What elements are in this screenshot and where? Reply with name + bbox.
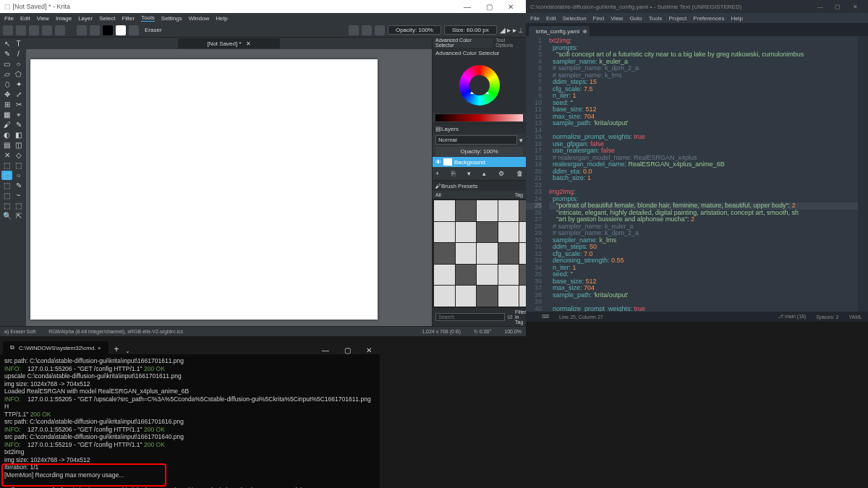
brush-preset-16[interactable] [456,265,477,286]
menu-layer[interactable]: Layer [78,15,93,22]
menu-goto[interactable]: Goto [629,15,642,22]
blend-mode-select[interactable]: Normal [435,135,517,145]
tool-10-0[interactable]: ▤ [1,140,12,150]
tool-5-1[interactable]: ⤢ [13,90,24,99]
brush-preset-18[interactable] [498,265,519,286]
status-spaces[interactable]: Spaces: 2 [816,314,838,320]
brush-preset-19[interactable] [519,265,526,286]
brush-preset-6[interactable] [456,222,477,243]
document-tab[interactable]: [Not Saved] * ✕ [178,38,279,48]
brush-preset-5[interactable] [434,222,455,243]
brush-preset-24[interactable] [519,286,526,307]
close-tab-icon[interactable]: ✕ [246,40,251,47]
brush-search-input[interactable] [435,313,505,321]
delete-layer-icon[interactable]: 🗑 [516,170,523,177]
color-selector[interactable] [433,58,526,113]
color-slider[interactable] [435,114,523,121]
properties-icon[interactable]: ⚙ [498,170,504,177]
status-zoom[interactable]: 100.0% [504,329,522,334]
duplicate-layer-icon[interactable]: ⎘ [451,170,455,177]
tool-13-1[interactable]: ○ [13,171,24,180]
layer-item[interactable]: 👁 Background [433,157,526,167]
menu-file[interactable]: File [4,15,14,22]
filter-checkbox[interactable]: ☑ [508,314,512,320]
brush-preset-23[interactable] [498,286,519,307]
layer-opacity-slider[interactable]: Opacity: 100% [435,147,523,156]
gradient-button[interactable] [77,25,87,35]
new-doc-button[interactable] [3,25,13,35]
brush-preset-20[interactable] [434,286,455,307]
code-area[interactable]: txt2img: prompts: "scifi concept art of … [546,36,858,312]
tool-7-1[interactable]: ⌖ [13,110,24,119]
canvas[interactable] [30,59,378,320]
brush-all-label[interactable]: All [435,192,441,197]
add-layer-icon[interactable]: + [435,170,439,177]
undo-button[interactable] [42,25,52,35]
size-field[interactable]: Size: 60.00 px [444,25,497,35]
brush-preset-22[interactable] [477,286,498,307]
close-button[interactable]: ✕ [500,3,522,11]
menu-edit[interactable]: Edit [546,15,556,22]
menu-help[interactable]: Help [731,15,742,22]
tool-12-0[interactable]: ⬚ [1,160,12,170]
visibility-icon[interactable]: 👁 [435,159,441,166]
bg-color[interactable] [116,25,126,35]
menu-view[interactable]: View [37,15,49,22]
terminal-tab[interactable]: ⧉ C:\WINDOWS\system32\cmd. × [3,341,109,354]
menu-select[interactable]: Select [99,15,115,22]
tool-5-0[interactable]: ✥ [1,90,12,99]
tool-16-0[interactable]: ⬚ [1,201,12,210]
menu-preferences[interactable]: Preferences [693,15,724,22]
menu-tools[interactable]: Tools [141,14,155,22]
fg-color[interactable] [103,25,113,35]
mirror-y-button[interactable] [362,25,372,35]
close-button[interactable]: ✕ [358,346,380,354]
brush-preset-3[interactable] [498,200,519,221]
minimize-button[interactable]: — [456,3,478,11]
redo-button[interactable] [55,25,65,35]
brush-preset-12[interactable] [477,243,498,264]
brush-preset-14[interactable] [519,243,526,264]
brush-preset-17[interactable] [477,265,498,286]
file-tab[interactable]: krita_config.yaml [529,26,590,36]
tool-0-1[interactable]: T [13,39,24,48]
close-button[interactable]: ✕ [846,4,864,10]
menu-file[interactable]: File [530,15,540,22]
maximize-button[interactable]: ▢ [829,4,846,10]
tool-15-1[interactable]: ~ [13,191,24,200]
opacity-field[interactable]: Opacity: 100% [388,25,441,35]
tool-4-0[interactable]: ⬯ [1,80,12,89]
move-down-icon[interactable]: ▾ [467,170,471,177]
tool-8-0[interactable]: 🖌 [1,120,12,129]
tool-options-tab[interactable]: Tool Options [493,38,526,48]
move-up-icon[interactable]: ▴ [482,170,486,177]
brush-preset-13[interactable] [498,243,519,264]
brush-preset-15[interactable] [434,265,455,286]
blend-dropdown-icon[interactable]: ▾ [519,137,523,144]
tool-12-1[interactable]: ⬚ [13,160,24,170]
tool-4-1[interactable]: ✦ [13,80,24,89]
status-angle[interactable]: ↻ 0.00° [474,329,491,335]
tool-3-0[interactable]: ▱ [1,69,12,79]
terminal-output[interactable]: src path: C:\conda\stable-diffusion-gui\… [0,354,380,488]
brush-preset-9[interactable] [519,222,526,243]
tool-7-0[interactable]: ▦ [1,110,12,119]
flow-icon[interactable]: ◢ ▸ ▸ ⟂ [500,26,523,34]
tool-1-1[interactable]: / [13,49,24,59]
color-selector-tab[interactable]: Advanced Color Selector [433,38,493,48]
tool-0-0[interactable]: ↖ [1,39,12,48]
menu-find[interactable]: Find [593,15,605,22]
minimap[interactable] [858,36,868,312]
tool-3-1[interactable]: ⬠ [13,69,24,79]
brush-preset-1[interactable] [456,200,477,221]
tool-15-0[interactable]: ⬚ [1,191,12,200]
minimize-button[interactable]: — [315,346,336,354]
tab-dropdown-icon[interactable]: ⌄ [125,348,130,354]
minimize-button[interactable]: — [812,4,829,10]
tool-6-0[interactable]: ⊞ [1,100,12,109]
menu-view[interactable]: View [610,15,623,22]
status-branch[interactable]: ⎇ main (18) [778,314,807,320]
pattern-button[interactable] [90,25,100,35]
brush-preset-0[interactable] [434,200,455,221]
tool-11-1[interactable]: ◇ [13,150,24,160]
